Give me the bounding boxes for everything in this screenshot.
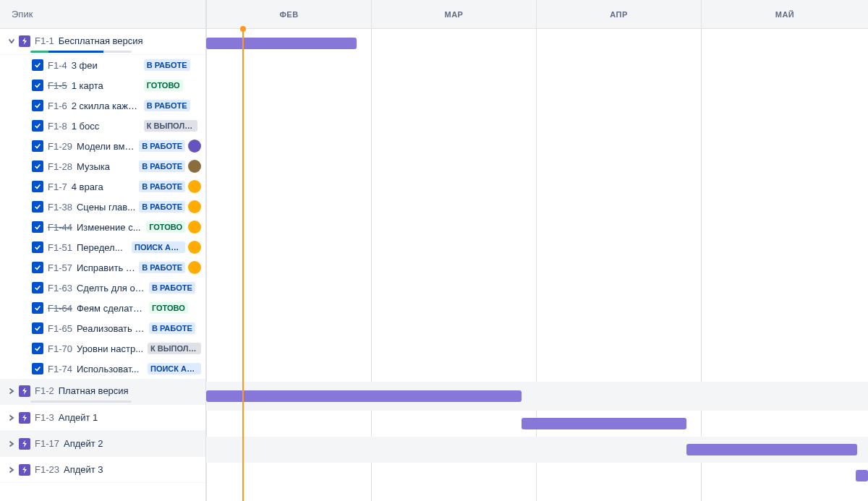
status-badge[interactable]: ПОИСК АЛЬ... xyxy=(132,241,185,253)
issue-summary[interactable]: Апдейт 2 xyxy=(64,438,200,449)
status-badge[interactable]: К ВЫПОЛН... xyxy=(148,343,201,354)
issue-summary[interactable]: Модели вме... xyxy=(77,141,136,152)
issue-summary[interactable]: Использоват... xyxy=(77,364,145,374)
timeline-row[interactable] xyxy=(206,58,868,78)
assignee-avatar[interactable] xyxy=(188,160,201,173)
issue-summary[interactable]: Реализовать пер... xyxy=(77,323,146,334)
status-badge[interactable]: В РАБОТЕ xyxy=(139,262,185,273)
timeline-row[interactable] xyxy=(206,341,868,361)
chevron-right-icon[interactable] xyxy=(6,438,17,450)
task-row[interactable]: F1-74 Использоват... ПОИСК АЛЬ... xyxy=(0,359,205,379)
assignee-avatar[interactable] xyxy=(188,140,201,153)
issue-key[interactable]: F1-38 xyxy=(48,202,72,213)
timeline-row[interactable] xyxy=(206,281,868,301)
epic-row[interactable]: F1-17 Апдейт 2 xyxy=(0,431,205,457)
issue-key[interactable]: F1-51 xyxy=(48,242,72,253)
task-row[interactable]: F1-29 Модели вме... В РАБОТЕ xyxy=(0,136,205,156)
assignee-avatar[interactable] xyxy=(188,261,201,274)
issue-summary[interactable]: Передел... xyxy=(77,242,129,253)
issue-summary[interactable]: Бесплатная версия xyxy=(59,35,200,46)
chevron-right-icon[interactable] xyxy=(6,385,17,397)
epic-row[interactable]: F1-23 Апдейт 3 xyxy=(0,457,205,483)
epic-row[interactable]: F1-2 Платная версия xyxy=(0,379,205,405)
issue-summary[interactable]: Апдейт 1 xyxy=(59,412,200,423)
timeline-row[interactable] xyxy=(206,260,868,281)
task-row[interactable]: F1-4 3 феи В РАБОТЕ xyxy=(0,55,205,75)
timeline-row[interactable] xyxy=(206,29,868,58)
timeline-row[interactable] xyxy=(206,179,868,200)
timeline-row[interactable] xyxy=(206,437,868,463)
issue-key[interactable]: F1-8 xyxy=(48,121,67,132)
task-row[interactable]: F1-57 Исправить б... В РАБОТЕ xyxy=(0,257,205,278)
task-row[interactable]: F1-51 Передел... ПОИСК АЛЬ... xyxy=(0,237,205,257)
status-badge[interactable]: В РАБОТЕ xyxy=(149,322,195,334)
issue-key[interactable]: F1-65 xyxy=(48,323,72,334)
chevron-down-icon[interactable] xyxy=(6,35,17,47)
timeline-row[interactable] xyxy=(206,411,868,437)
issue-summary[interactable]: 2 скилла каждой ... xyxy=(72,100,141,111)
issue-key[interactable]: F1-64 xyxy=(48,303,72,314)
chevron-right-icon[interactable] xyxy=(6,412,17,424)
task-row[interactable]: F1-64 Феям сделать ан... ГОТОВО xyxy=(0,298,205,318)
epic-bar[interactable] xyxy=(522,418,686,429)
epic-bar[interactable] xyxy=(856,470,868,481)
issue-summary[interactable]: Изменение с... xyxy=(77,222,143,233)
status-badge[interactable]: ПОИСК АЛЬ... xyxy=(148,363,201,374)
task-row[interactable]: F1-28 Музыка В РАБОТЕ xyxy=(0,156,205,176)
assignee-avatar[interactable] xyxy=(188,200,201,213)
task-row[interactable]: F1-70 Уровни настр... К ВЫПОЛН... xyxy=(0,338,205,359)
issue-key[interactable]: F1-44 xyxy=(48,222,72,233)
assignee-avatar[interactable] xyxy=(188,241,201,254)
issue-key[interactable]: F1-5 xyxy=(48,80,67,91)
status-badge[interactable]: ГОТОВО xyxy=(146,221,185,233)
issue-summary[interactable]: Феям сделать ан... xyxy=(77,303,146,314)
status-badge[interactable]: В РАБОТЕ xyxy=(139,201,185,213)
task-row[interactable]: F1-6 2 скилла каждой ... В РАБОТЕ xyxy=(0,95,205,116)
timeline-row[interactable] xyxy=(206,240,868,260)
issue-key[interactable]: F1-28 xyxy=(48,161,72,172)
issue-summary[interactable]: Платная версия xyxy=(59,385,200,396)
timeline[interactable]: ФЕВМАРАПРМАЙ xyxy=(206,0,868,501)
issue-key[interactable]: F1-29 xyxy=(48,141,72,152)
issue-summary[interactable]: Сделть для отла... xyxy=(77,283,146,294)
task-row[interactable]: F1-8 1 босс К ВЫПОЛН... xyxy=(0,116,205,136)
timeline-row[interactable] xyxy=(206,98,868,119)
issue-key[interactable]: F1-74 xyxy=(48,364,72,374)
issue-summary[interactable]: 4 врага xyxy=(72,181,136,192)
status-badge[interactable]: ГОТОВО xyxy=(149,302,188,314)
task-row[interactable]: F1-7 4 врага В РАБОТЕ xyxy=(0,176,205,197)
timeline-row[interactable] xyxy=(206,220,868,240)
issue-key[interactable]: F1-1 xyxy=(35,35,54,46)
timeline-row[interactable] xyxy=(206,200,868,220)
issue-key[interactable]: F1-2 xyxy=(35,385,54,396)
issue-key[interactable]: F1-17 xyxy=(35,438,59,449)
epic-bar[interactable] xyxy=(206,390,522,402)
epic-row[interactable]: F1-3 Апдейт 1 xyxy=(0,405,205,431)
issue-summary[interactable]: 3 феи xyxy=(72,60,141,71)
task-row[interactable]: F1-63 Сделть для отла... В РАБОТЕ xyxy=(0,278,205,298)
issue-key[interactable]: F1-57 xyxy=(48,262,72,273)
assignee-avatar[interactable] xyxy=(188,180,201,193)
timeline-row[interactable] xyxy=(206,361,868,382)
task-row[interactable]: F1-5 1 карта ГОТОВО xyxy=(0,75,205,95)
status-badge[interactable]: В РАБОТЕ xyxy=(144,59,190,71)
timeline-row[interactable] xyxy=(206,321,868,341)
issue-key[interactable]: F1-63 xyxy=(48,283,72,294)
epic-row[interactable]: F1-1 Бесплатная версия xyxy=(0,29,205,55)
issue-key[interactable]: F1-70 xyxy=(48,343,72,354)
status-badge[interactable]: В РАБОТЕ xyxy=(149,282,195,294)
task-row[interactable]: F1-38 Сцены глав... В РАБОТЕ xyxy=(0,197,205,217)
status-badge[interactable]: К ВЫПОЛН... xyxy=(144,120,197,132)
issue-summary[interactable]: 1 босс xyxy=(72,121,141,132)
issue-summary[interactable]: Апдейт 3 xyxy=(64,464,200,475)
issue-summary[interactable]: Уровни настр... xyxy=(77,343,145,354)
timeline-row[interactable] xyxy=(206,159,868,179)
issue-key[interactable]: F1-7 xyxy=(48,181,67,192)
issue-summary[interactable]: 1 карта xyxy=(72,80,141,91)
timeline-row[interactable] xyxy=(206,139,868,159)
timeline-row[interactable] xyxy=(206,301,868,321)
status-badge[interactable]: В РАБОТЕ xyxy=(139,160,185,172)
issue-key[interactable]: F1-6 xyxy=(48,100,67,111)
issue-summary[interactable]: Исправить б... xyxy=(77,262,136,273)
issue-key[interactable]: F1-23 xyxy=(35,464,59,475)
